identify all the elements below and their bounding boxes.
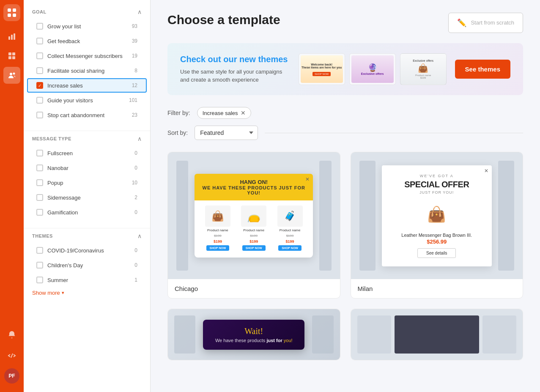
sort-by-label: Sort by: [167,129,188,136]
goal-item-messenger[interactable]: Collect Messenger subscribers 19 [27,49,147,63]
gamification-count: 0 [134,209,137,215]
sort-select[interactable]: Featured Newest Most Popular [195,126,258,140]
template-card-milan-2[interactable] [351,309,524,360]
goal-item-grow[interactable]: Grow your list 93 [27,19,147,33]
milan-see-details-btn[interactable]: See details [417,248,456,258]
svg-point-12 [13,73,15,75]
svg-rect-7 [8,52,11,55]
nav-icon-bell[interactable] [3,326,20,343]
chicago-header-sub: WE HAVE THESE PRODUCTS JUST FOR YOU! [200,185,308,195]
filter-by-label: Filter by: [167,110,190,116]
goal-item-feedback[interactable]: Get feedback 39 [27,34,147,48]
checkbox-sidemessage[interactable] [36,194,43,201]
shop-now-btn-1[interactable]: SHOP NOW [206,245,230,251]
svg-rect-2 [8,14,11,17]
promo-image-inner-2: 🔮 Exclusive offers [351,55,394,83]
checkbox-covid[interactable] [36,247,43,254]
checkbox-summer[interactable] [36,277,43,283]
svg-rect-5 [11,35,13,40]
type-item-gamification[interactable]: Gamification 0 [27,205,147,219]
goal-item-guide[interactable]: Guide your visitors 101 [27,93,147,107]
nav-icon-code[interactable] [3,347,20,364]
chicago-product-2: 👝 Product name $199 $199 SHOP NOW [238,206,270,251]
checkbox-fullscreen[interactable] [36,150,43,156]
checkbox-nanobar[interactable] [36,164,43,171]
sort-divider [265,133,523,133]
chicago-product-1: 👜 Product name $199 $199 SHOP NOW [201,206,234,251]
message-type-collapse-icon[interactable]: ∧ [137,135,142,142]
show-more-button[interactable]: Show more ▾ [24,288,150,298]
svg-rect-1 [13,8,16,12]
type-item-nanobar[interactable]: Nanobar 0 [27,161,147,175]
grow-count: 93 [132,23,137,29]
type-item-popup[interactable]: Popup 10 [27,175,147,190]
type-item-sidemessage[interactable]: Sidemessage 2 [27,190,147,205]
product-name-2: Product name [243,228,264,232]
app-logo[interactable] [3,4,20,21]
promo-image-inner-1: Welcome back!These items are here for yo… [301,55,343,83]
theme-item-covid[interactable]: COVID-19/Coronavirus 0 [27,243,147,258]
template-grid: ✕ HANG ON! WE HAVE THESE PRODUCTS JUST F… [167,152,523,360]
checkbox-sales[interactable]: ✓ [36,82,43,89]
social-count: 8 [134,68,137,74]
product-sale-price-1: $199 [214,239,222,244]
checkbox-grow[interactable] [36,23,43,30]
childrens-count: 0 [134,262,137,268]
fullscreen-count: 0 [134,150,137,156]
type-item-fullscreen[interactable]: Fullscreen 0 [27,146,147,160]
svg-point-11 [10,73,12,75]
see-themes-button[interactable]: See themes [455,60,510,79]
message-type-section: MESSAGE TYPE ∧ Fullscreen 0 Nanobar 0 Po… [24,135,150,219]
checkbox-guide[interactable] [36,97,43,104]
shop-now-btn-2[interactable]: SHOP NOW [242,245,266,251]
feedback-label: Get feedback [47,38,132,44]
filter-row: Filter by: Increase sales ✕ [167,107,523,119]
template-card-chicago[interactable]: ✕ HANG ON! WE HAVE THESE PRODUCTS JUST F… [167,152,340,299]
checkbox-social[interactable] [36,67,43,74]
product-orig-price-2: $199 [250,234,258,238]
checkbox-gamification[interactable] [36,209,43,216]
cart-count: 23 [132,112,137,118]
scratch-text: Start from scratch [471,19,514,27]
start-from-scratch-button[interactable]: ✏️ Start from scratch [448,13,523,33]
shop-now-btn-3[interactable]: SHOP NOW [278,245,302,251]
promo-image-3: Exclusive offers 👜 Product name$199 [400,53,447,85]
checkbox-cart[interactable] [36,112,43,118]
goal-item-social[interactable]: Facilitate social sharing 8 [27,63,147,78]
nanobar-label: Nanobar [47,165,134,171]
goal-item-cart[interactable]: Stop cart abandonment 23 [27,108,147,122]
svg-rect-4 [8,36,10,40]
covid-label: COVID-19/Coronavirus [47,247,134,254]
milan-sub: JUST FOR YOU! [390,190,483,195]
template-card-chicago-dark[interactable]: Wait! We have these products just for yo… [167,309,340,360]
checkbox-messenger[interactable] [36,52,43,59]
nav-icon-users[interactable] [3,67,20,84]
filter-remove-icon[interactable]: ✕ [241,110,246,116]
theme-item-childrens[interactable]: Children's Day 0 [27,258,147,272]
checkbox-childrens[interactable] [36,262,43,269]
messenger-label: Collect Messenger subscribers [47,53,132,59]
filter-tag-sales[interactable]: Increase sales ✕ [197,107,251,119]
chicago-close-icon: ✕ [305,176,310,182]
themes-header: THEMES ∧ [24,233,150,243]
goal-item-sales[interactable]: ✓ Increase sales 12 [27,78,147,93]
template-preview-milan-2 [351,309,523,360]
template-preview-chicago: ✕ HANG ON! WE HAVE THESE PRODUCTS JUST F… [168,152,340,279]
nav-icon-grid[interactable] [3,47,20,64]
product-name-1: Product name [207,228,228,232]
filter-tag-text: Increase sales [203,110,238,116]
goal-collapse-icon[interactable]: ∧ [137,8,142,15]
user-avatar[interactable]: PF [4,368,19,384]
icon-bar: PF [0,0,24,392]
theme-item-summer[interactable]: Summer 1 [27,273,147,287]
chicago-products: 👜 Product name $199 $199 SHOP NOW 👝 Prod… [201,206,306,251]
template-card-milan[interactable]: ✕ WE'VE GOT A SPECIAL OFFER JUST FOR YOU… [351,152,524,299]
sort-row: Sort by: Featured Newest Most Popular [167,126,523,140]
themes-collapse-icon[interactable]: ∧ [137,233,142,239]
promo-image-2: 🔮 Exclusive offers [349,53,396,85]
checkbox-popup[interactable] [36,179,43,186]
nav-icon-chart[interactable] [3,28,20,45]
message-type-title: MESSAGE TYPE [32,136,71,141]
summer-label: Summer [47,277,134,283]
checkbox-feedback[interactable] [36,38,43,44]
